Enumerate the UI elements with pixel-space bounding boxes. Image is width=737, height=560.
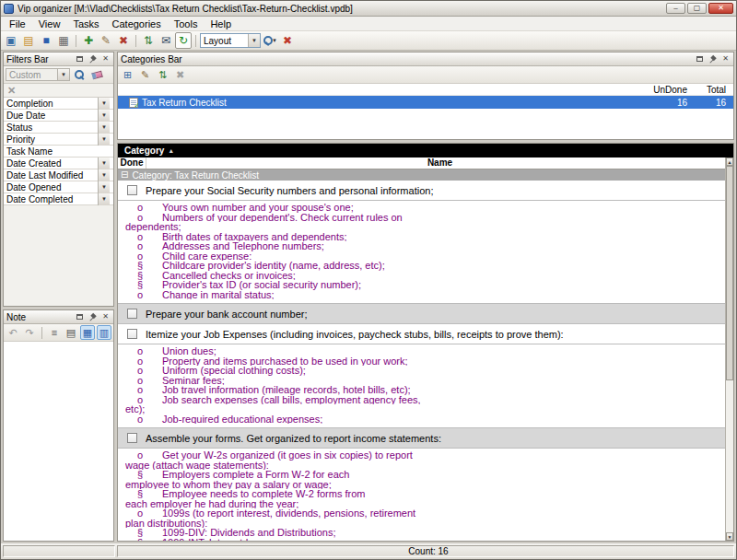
chevron-down-icon[interactable]: ▼ <box>98 122 110 134</box>
sort-header[interactable]: Category ▲ <box>118 144 733 158</box>
filter-row-date-created[interactable]: Date Created ▼ <box>4 158 113 169</box>
pin-icon[interactable] <box>88 54 98 64</box>
filter-row-status[interactable]: Status ▼ <box>4 122 113 134</box>
note-line: oSeminar fees; <box>125 376 723 386</box>
clear-filter-icon[interactable] <box>89 67 105 82</box>
note-text: employee to whom they pay a salary or wa… <box>125 480 332 490</box>
total-column-header[interactable]: Total <box>695 85 733 95</box>
save-icon[interactable]: ■ <box>38 32 54 49</box>
category-group-row[interactable]: ⊟ Category: Tax Return Checklist <box>118 169 733 181</box>
filter-label: Date Created <box>4 158 98 169</box>
sync-icon[interactable]: ↻ <box>175 32 192 49</box>
chevron-down-icon[interactable]: ▼ <box>98 134 110 146</box>
restore-icon[interactable] <box>75 312 85 322</box>
done-column-header[interactable]: Done <box>118 158 146 169</box>
filter-row-due-date[interactable]: Due Date ▼ <box>4 110 113 122</box>
chevron-down-icon[interactable]: ▼ <box>98 110 110 122</box>
close-search-icon[interactable]: ✖ <box>279 32 296 49</box>
plain-text-view-icon[interactable]: ≡ <box>47 325 62 340</box>
total-count: 16 <box>695 98 733 108</box>
bullet: § <box>125 528 162 538</box>
note-line: oJob search expenses (call bills, employ… <box>125 395 723 405</box>
scroll-up-icon[interactable]: ▲ <box>726 158 733 166</box>
collapse-icon[interactable]: ⊟ <box>121 170 128 180</box>
print-icon[interactable]: ▦ <box>55 32 72 49</box>
menu-view[interactable]: View <box>32 18 67 30</box>
done-checkbox[interactable] <box>127 185 137 195</box>
done-checkbox[interactable] <box>127 433 137 443</box>
filter-row-date-opened[interactable]: Date Opened ▼ <box>4 181 113 193</box>
delete-task-icon[interactable]: ✖ <box>115 32 132 49</box>
chevron-down-icon[interactable]: ▼ <box>98 181 110 193</box>
category-row-tax-return-checklist[interactable]: Tax Return Checklist 16 16 <box>118 96 733 109</box>
restore-icon[interactable] <box>75 54 85 64</box>
restore-icon[interactable] <box>695 54 705 64</box>
menu-file[interactable]: File <box>3 18 32 30</box>
new-database-icon[interactable]: ▣ <box>3 32 19 49</box>
close-icon[interactable]: ✕ <box>720 54 731 64</box>
rich-text-view-icon[interactable]: ▤ <box>64 325 78 340</box>
task-row[interactable]: Prepare your bank account number; <box>118 304 725 324</box>
scrollbar-thumb[interactable] <box>726 166 733 380</box>
chevron-down-icon[interactable]: ▼ <box>248 34 260 47</box>
menu-categories[interactable]: Categories <box>106 18 168 30</box>
edit-task-icon[interactable]: ✎ <box>98 32 114 49</box>
chevron-down-icon[interactable]: ▼ <box>98 98 110 110</box>
find-filter-icon[interactable] <box>72 67 88 82</box>
menu-tasks[interactable]: Tasks <box>66 18 105 30</box>
chevron-down-icon[interactable]: ▼ <box>98 158 110 169</box>
task-row[interactable]: Prepare your Social Security numbers and… <box>118 181 725 201</box>
add-category-icon[interactable]: ⊞ <box>120 67 135 82</box>
scroll-down-icon[interactable]: ▼ <box>726 532 733 541</box>
task-notes: oYours own number and your spouse's one;… <box>118 201 725 304</box>
filter-row-date-completed[interactable]: Date Completed ▼ <box>4 193 113 205</box>
filters-panel-header: Filters Bar ✕ <box>4 52 113 66</box>
redo-icon[interactable]: ↷ <box>22 325 37 340</box>
note-editor[interactable] <box>4 342 113 541</box>
word-wrap-icon[interactable]: ▦ <box>80 325 95 340</box>
note-line: oJob travel information (mileage records… <box>125 385 723 395</box>
new-task-icon[interactable]: ✚ <box>80 32 97 49</box>
undo-icon[interactable]: ↶ <box>6 325 20 340</box>
pin-icon[interactable] <box>88 312 98 322</box>
filter-row-task-name[interactable]: Task Name <box>4 146 113 158</box>
task-row[interactable]: Itemize your Job Expenses (including inv… <box>118 324 725 344</box>
task-row[interactable]: Assemble your forms. Get organized to re… <box>118 428 725 449</box>
grid-body: Prepare your Social Security numbers and… <box>118 181 733 541</box>
done-checkbox[interactable] <box>127 329 137 339</box>
close-icon[interactable]: ✕ <box>100 312 111 322</box>
search-icon[interactable]: ▼ <box>262 32 278 49</box>
open-database-icon[interactable]: ▤ <box>20 32 37 49</box>
edit-category-icon[interactable]: ✎ <box>137 67 153 82</box>
remove-filter-icon[interactable]: ✕ <box>7 85 16 97</box>
note-text: Cancelled checks or invoices; <box>162 271 296 281</box>
close-icon[interactable]: ✕ <box>100 54 111 64</box>
chevron-down-icon[interactable]: ▼ <box>98 169 110 181</box>
close-button[interactable]: ✕ <box>708 3 733 14</box>
note-preview-icon[interactable]: ▥ <box>97 325 111 340</box>
note-text: Numbers of your dependent's. Check curre… <box>162 213 403 223</box>
done-checkbox[interactable] <box>127 309 137 319</box>
name-column-header[interactable]: Name <box>146 158 733 169</box>
menu-help[interactable]: Help <box>204 18 238 30</box>
undone-column-header[interactable]: UnDone <box>643 85 695 95</box>
filter-row-completion[interactable]: Completion ▼ <box>4 98 113 110</box>
move-task-icon[interactable]: ⇅ <box>140 32 157 49</box>
filter-row-date-last-modified[interactable]: Date Last Modified ▼ <box>4 169 113 181</box>
chevron-down-icon[interactable]: ▼ <box>98 193 110 205</box>
delete-category-icon[interactable]: ✖ <box>172 67 188 82</box>
minimize-button[interactable]: – <box>666 3 685 14</box>
filter-preset-combobox[interactable]: Custom ▼ <box>6 68 70 81</box>
move-category-icon[interactable]: ⇅ <box>155 67 170 82</box>
layout-combobox[interactable]: Layout ▼ <box>200 33 261 48</box>
bullet: o <box>125 385 162 395</box>
grid-scrollbar[interactable]: ▲ ▼ <box>725 158 733 541</box>
maximize-button[interactable]: ▢ <box>687 3 707 14</box>
menu-tools[interactable]: Tools <box>168 18 205 30</box>
filter-label: Task Name <box>4 146 98 157</box>
send-email-icon[interactable]: ✉ <box>158 32 174 49</box>
pin-icon[interactable] <box>708 54 718 64</box>
bullet: § <box>125 538 162 542</box>
filter-row-priority[interactable]: Priority ▼ <box>4 134 113 146</box>
category-name: Tax Return Checklist <box>142 98 227 108</box>
